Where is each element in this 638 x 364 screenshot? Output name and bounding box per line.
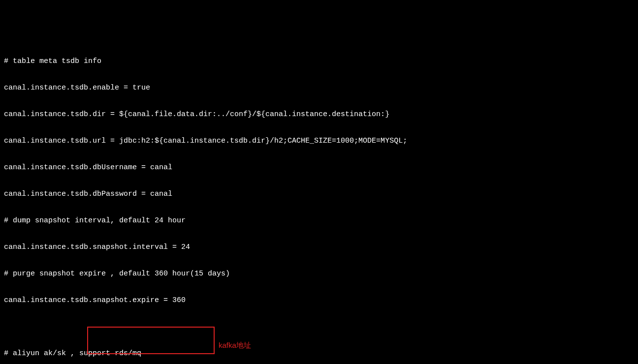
config-line <box>4 323 634 332</box>
config-line: canal.instance.tsdb.enable = true <box>4 84 634 92</box>
config-line: canal.instance.tsdb.dbPassword = canal <box>4 190 634 199</box>
config-line: canal.instance.tsdb.dbUsername = canal <box>4 163 634 172</box>
config-line: # table meta tsdb info <box>4 57 634 66</box>
config-line: canal.instance.tsdb.url = jdbc:h2:${cana… <box>4 137 634 146</box>
config-line: canal.instance.tsdb.snapshot.expire = 36… <box>4 296 634 305</box>
config-line: canal.instance.tsdb.snapshot.interval = … <box>4 243 634 252</box>
terminal-output[interactable]: # table meta tsdb info canal.instance.ts… <box>0 35 638 364</box>
config-line: # aliyun ak/sk , support rds/mq <box>4 349 634 358</box>
config-line: # dump snapshot interval, default 24 hou… <box>4 216 634 225</box>
config-line: # purge snapshot expire , default 360 ho… <box>4 270 634 278</box>
config-line: canal.instance.tsdb.dir = ${canal.file.d… <box>4 110 634 119</box>
